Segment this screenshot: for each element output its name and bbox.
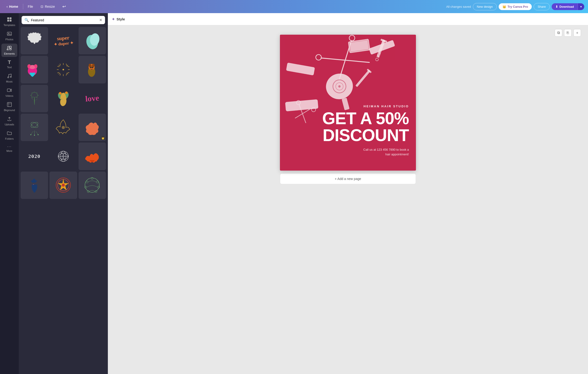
sidebar-item-uploads[interactable]: Uploads	[1, 114, 17, 128]
nav-divider	[23, 4, 23, 9]
design-card[interactable]: HEIMAN HAIR STUDIO GET A 50% DISCOUNT Ca…	[280, 35, 416, 171]
sidebar-label-music: Music	[6, 80, 13, 83]
svg-point-17	[63, 69, 64, 71]
element-item[interactable]	[21, 27, 48, 54]
canvas-wrapper: ⧉ ⎘ ＋	[108, 25, 588, 374]
svg-line-97	[391, 47, 393, 53]
svg-point-62	[85, 186, 87, 188]
element-item[interactable]	[21, 56, 48, 83]
sidebar-item-background[interactable]: Bkground	[1, 100, 17, 114]
svg-line-31	[68, 66, 69, 67]
download-options-button[interactable]: ▾	[578, 3, 584, 10]
style-label: ✦ Style	[112, 17, 125, 22]
download-group: ⬇ Download ▾	[552, 3, 584, 10]
duplicate-page-button[interactable]: ⧉	[555, 29, 562, 37]
discount-headline: GET A 50% DISCOUNT	[322, 110, 409, 144]
elements-icon	[7, 45, 12, 51]
element-item[interactable]	[50, 143, 77, 170]
element-item[interactable]: love	[79, 85, 106, 112]
copy-button[interactable]: ⎘	[564, 29, 572, 37]
search-icon: 🔍	[24, 18, 29, 22]
element-item[interactable]	[79, 56, 106, 83]
background-icon	[7, 102, 12, 108]
search-input-wrap: 🔍 ✕	[21, 16, 105, 24]
svg-line-95	[387, 49, 389, 55]
svg-rect-2	[7, 20, 9, 21]
svg-point-43	[59, 92, 62, 95]
element-item[interactable]	[50, 114, 77, 141]
element-item[interactable]	[79, 27, 106, 54]
add-canvas-button[interactable]: ＋	[573, 29, 581, 37]
svg-point-58	[62, 184, 65, 187]
sidebar-label-templates: Templates	[3, 24, 15, 26]
text-icon: T	[8, 60, 11, 65]
home-button[interactable]: ‹ Home	[4, 3, 21, 10]
music-icon	[7, 73, 12, 79]
sidebar-item-templates[interactable]: Templates	[1, 15, 17, 28]
svg-line-73	[291, 72, 292, 80]
canvas-area: ✦ Style ⧉ ⎘ ＋	[108, 13, 588, 374]
svg-line-102	[292, 111, 293, 121]
sidebar-item-photos[interactable]: Photos	[1, 29, 17, 43]
salon-text-block: HEIMAN HAIR STUDIO GET A 50% DISCOUNT Ca…	[322, 104, 409, 156]
svg-point-60	[86, 181, 88, 183]
sidebar-item-music[interactable]: Music	[1, 72, 17, 85]
svg-line-103	[295, 111, 296, 120]
svg-line-26	[60, 64, 61, 66]
undo-button[interactable]: ↩	[60, 3, 69, 10]
element-item[interactable]: super ✦ duper ✦	[50, 27, 77, 54]
sidebar-item-folders[interactable]: Folders	[1, 129, 17, 142]
chevron-left-icon: ‹	[7, 5, 8, 9]
svg-point-6	[8, 46, 9, 48]
pro-badge: 👑	[101, 136, 105, 140]
element-item[interactable]	[50, 56, 77, 83]
search-input[interactable]	[31, 18, 97, 22]
svg-line-101	[289, 111, 290, 121]
new-design-button[interactable]: New design	[473, 3, 497, 10]
svg-line-93	[382, 51, 385, 56]
uploads-icon	[7, 116, 12, 122]
add-page-button[interactable]: + Add a new page	[280, 173, 416, 184]
try-pro-button[interactable]: 👑 Try Canva Pro	[499, 3, 532, 10]
element-item[interactable]: 2020	[21, 143, 48, 170]
elements-panel: 🔍 ✕ super ✦ duper ✦	[19, 13, 108, 374]
sidebar-label-photos: Photos	[5, 38, 13, 41]
style-icon: ✦	[112, 17, 115, 22]
sidebar-item-more[interactable]: ··· More	[1, 143, 17, 154]
search-clear-button[interactable]: ✕	[99, 18, 102, 22]
elements-grid: super ✦ duper ✦	[21, 27, 106, 199]
svg-line-106	[304, 110, 305, 120]
download-button[interactable]: ⬇ Download	[552, 3, 578, 10]
sidebar-item-videos[interactable]: Videos	[1, 86, 17, 99]
element-item[interactable]	[50, 85, 77, 112]
sidebar-label-text: Text	[7, 66, 12, 69]
element-item[interactable]: 👑	[79, 114, 106, 141]
share-button[interactable]: Share	[534, 3, 550, 10]
element-item[interactable]	[21, 114, 48, 141]
folders-icon	[7, 131, 12, 136]
sidebar-item-text[interactable]: T Text	[1, 58, 17, 71]
svg-line-96	[389, 48, 391, 54]
element-item[interactable]	[79, 143, 106, 170]
sidebar-label-more: More	[6, 149, 12, 152]
icon-sidebar: Templates Photos Elements	[0, 13, 19, 374]
element-item[interactable]	[79, 172, 106, 199]
sidebar-item-elements[interactable]: Elements	[1, 44, 17, 57]
element-item[interactable]	[50, 172, 77, 199]
svg-rect-11	[7, 89, 10, 92]
element-item[interactable]	[21, 85, 48, 112]
videos-icon	[7, 88, 12, 94]
chevron-down-icon: ▾	[580, 5, 582, 9]
resize-button[interactable]: ⊡ Resize	[38, 3, 58, 10]
element-item[interactable]	[21, 172, 48, 199]
svg-rect-12	[7, 102, 11, 107]
sidebar-label-background: Bkground	[4, 109, 15, 112]
file-button[interactable]: File	[25, 3, 36, 10]
svg-line-27	[66, 74, 67, 76]
svg-line-78	[304, 74, 306, 82]
svg-point-10	[10, 76, 11, 78]
svg-line-24	[67, 65, 68, 66]
resize-icon: ⊡	[41, 5, 43, 9]
svg-line-77	[302, 73, 303, 82]
svg-rect-8	[10, 49, 11, 50]
